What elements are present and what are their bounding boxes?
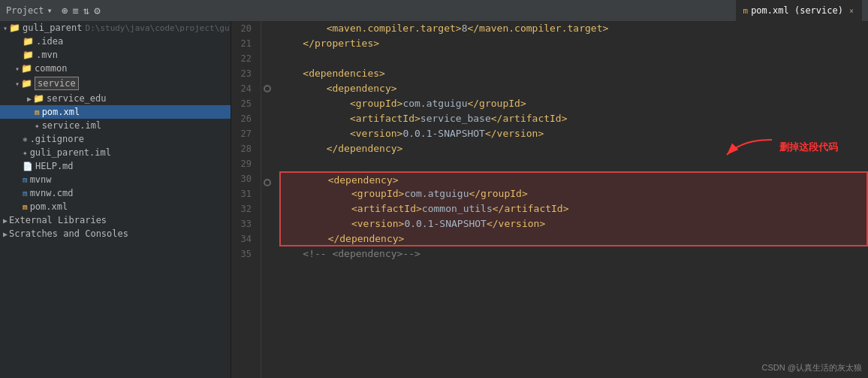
watermark: CSDN @认真生活的灰太狼 [762,360,862,375]
tree-item-gitignore[interactable]: ⎈ .gitignore [0,132,231,146]
gutter-cell [261,130,273,145]
tree-item-label: .gitignore [30,134,84,144]
code-line: </dependency> [279,141,868,156]
tree-item-label: mvnw.cmd [30,188,74,198]
tree-item-label: common [35,63,67,74]
line-number: 21 [231,36,256,51]
sort-icon[interactable]: ⇅ [83,5,89,17]
tab-label: pom.xml (service) [751,5,843,16]
tree-item-path: D:\study\java\code\project\guli_parent [86,23,231,33]
gutter-cell [261,66,273,81]
tree-item-label: HELP.md [35,161,74,171]
sidebar: ▾ 📁 guli_parent D:\study\java\code\proje… [0,21,231,378]
line-number: 30 [231,171,256,186]
line-number: 26 [231,111,256,126]
line-number: 35 [231,246,256,262]
gutter-cell [261,239,273,254]
tree-item-service_edu[interactable]: ▶ 📁 service_edu [0,92,231,105]
tree-item-label: service_edu [47,93,106,104]
list-icon[interactable]: ≡ [72,5,78,17]
line-number: 24 [231,81,256,96]
tree-item-scratches[interactable]: ▶ Scratches and Consoles [0,227,231,240]
line-number: 32 [231,201,256,216]
gutter-cell [261,115,273,130]
tree-item-guli_parent_iml[interactable]: ✦ guli_parent.iml [0,146,231,159]
tree-item-common[interactable]: ▾ 📁 common [0,62,231,75]
tree-item-service[interactable]: ▾ 📁 service [0,75,231,92]
folder-icon: 📁 [21,78,32,89]
code-line: <artifactId>common_utils</artifactId> [279,201,868,216]
gutter-cell [261,36,273,51]
gutter-cell [261,85,273,100]
code-line: <!-- <dependency>--> [279,246,868,262]
tree-item-idea[interactable]: 📁 .idea [0,35,231,48]
tree-item-HELP_md[interactable]: 📄 HELP.md [0,159,231,173]
tree-item-label: service.iml [42,120,101,131]
dropdown-icon[interactable]: ▾ [47,5,53,16]
code-wrapper: <maven.compiler.target>8</maven.compiler… [273,21,868,378]
file-icon: ✦ [35,121,40,131]
tab-file-icon: m [743,6,749,16]
tree-item-label: External Libraries [9,215,107,225]
gutter-cell [261,209,273,224]
code-line: <dependency> [279,171,868,186]
tree-item-mvnw[interactable]: m mvnw [0,173,231,186]
tree-arrow: ▾ [3,24,8,32]
code-line [279,156,868,171]
line-number: 33 [231,216,256,231]
tree-item-label: .idea [36,36,63,47]
code-line [279,51,868,66]
tree-item-mvnw_cmd[interactable]: m mvnw.cmd [0,186,231,200]
code-line: <dependency> [279,81,868,96]
gutter-cell [261,21,273,36]
code-line: <maven.compiler.target>8</maven.compiler… [279,21,868,36]
file-icon: m [35,107,40,117]
folder-icon: 📁 [21,63,32,74]
tree-arrow: ▾ [15,65,20,73]
project-title: Project ▾ ⊕ ≡ ⇅ ⚙ [6,5,101,17]
code-lines[interactable]: <maven.compiler.target>8</maven.compiler… [273,21,868,262]
main-content: ▾ 📁 guli_parent D:\study\java\code\proje… [0,21,868,378]
tree-item-pom_xml_root[interactable]: m pom.xml [0,200,231,213]
line-number: 20 [231,21,256,36]
tree-item-label: mvnw [30,174,52,185]
code-line: <version>0.0.1-SNAPSHOT</version> [279,216,868,231]
tree-item-label: .mvn [36,50,58,60]
tree-arrow: ▶ [3,230,8,238]
tree-item-label: guli_parent.iml [30,147,111,158]
line-number: 23 [231,66,256,81]
tree-arrow: ▶ [27,95,32,103]
folder-icon: 📁 [9,23,20,33]
folder-icon: 📁 [33,93,44,104]
line-number: 31 [231,186,256,201]
settings-icon[interactable]: ⚙ [94,5,100,17]
file-icon: 📄 [23,162,33,171]
tree-item-service_iml[interactable]: ✦ service.iml [0,119,231,132]
gutter-cell [261,100,273,115]
tree-item-guli_parent[interactable]: ▾ 📁 guli_parent D:\study\java\code\proje… [0,21,231,35]
file-icon: ✦ [23,148,28,158]
file-tree: ▾ 📁 guli_parent D:\study\java\code\proje… [0,21,231,240]
code-line: <version>0.0.1-SNAPSHOT</version> [279,126,868,141]
gutter-cell [261,51,273,66]
line-numbers: 20212223242526272829303132333435 [231,21,261,378]
tree-item-label: pom.xml [42,107,80,117]
tree-item-mvn[interactable]: 📁 .mvn [0,48,231,62]
tree-item-external_libs[interactable]: ▶ External Libraries [0,213,231,227]
code-line: </properties> [279,36,868,51]
pom-xml-tab[interactable]: m pom.xml (service) × [736,0,862,21]
tab-close-button[interactable]: × [849,7,854,15]
project-label: Project [6,5,44,16]
line-number: 34 [231,231,256,246]
file-icon: ⎈ [23,135,28,144]
gutter-cell [261,179,273,194]
folder-icon: 📁 [23,50,34,60]
tree-arrow: ▾ [15,80,20,88]
tree-item-pom_xml[interactable]: m pom.xml [0,105,231,119]
code-line: <artifactId>service_base</artifactId> [279,111,868,126]
folder-icon: 📁 [23,36,34,47]
line-number: 25 [231,96,256,111]
add-icon[interactable]: ⊕ [62,5,68,17]
editor-area: 20212223242526272829303132333435 <maven.… [231,21,868,378]
line-number: 22 [231,51,256,66]
